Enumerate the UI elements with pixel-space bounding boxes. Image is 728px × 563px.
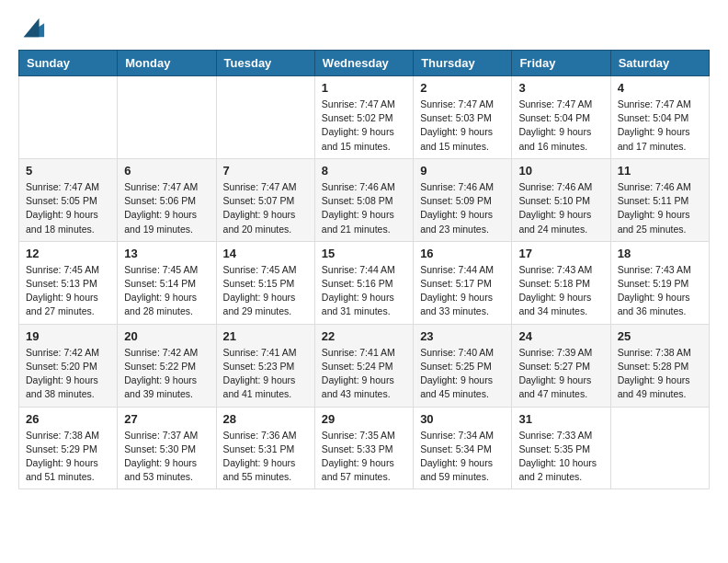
day-info: Sunrise: 7:47 AM Sunset: 5:02 PM Dayligh… [322, 98, 406, 154]
day-info: Sunrise: 7:40 AM Sunset: 5:25 PM Dayligh… [420, 346, 505, 402]
calendar-cell [19, 76, 118, 159]
day-number: 11 [618, 164, 702, 178]
calendar-cell: 17Sunrise: 7:43 AM Sunset: 5:18 PM Dayli… [512, 241, 610, 324]
day-info: Sunrise: 7:44 AM Sunset: 5:17 PM Dayligh… [420, 263, 505, 319]
weekday-header-monday: Monday [118, 51, 216, 76]
day-info: Sunrise: 7:45 AM Sunset: 5:15 PM Dayligh… [223, 263, 308, 319]
day-number: 21 [223, 329, 308, 343]
svg-marker-1 [24, 18, 40, 38]
calendar-cell: 19Sunrise: 7:42 AM Sunset: 5:20 PM Dayli… [19, 324, 118, 407]
day-number: 9 [420, 164, 505, 178]
calendar-cell: 8Sunrise: 7:46 AM Sunset: 5:08 PM Daylig… [314, 158, 413, 241]
calendar-cell: 21Sunrise: 7:41 AM Sunset: 5:23 PM Dayli… [216, 324, 314, 407]
day-info: Sunrise: 7:37 AM Sunset: 5:30 PM Dayligh… [124, 429, 209, 485]
day-number: 23 [420, 329, 505, 343]
day-info: Sunrise: 7:47 AM Sunset: 5:04 PM Dayligh… [618, 98, 702, 154]
page: SundayMondayTuesdayWednesdayThursdayFrid… [0, 0, 728, 508]
day-number: 27 [124, 412, 209, 426]
calendar-cell [216, 76, 314, 159]
day-number: 25 [618, 329, 702, 343]
weekday-header-tuesday: Tuesday [216, 51, 314, 76]
calendar-week-row: 19Sunrise: 7:42 AM Sunset: 5:20 PM Dayli… [19, 324, 710, 407]
calendar-cell: 2Sunrise: 7:47 AM Sunset: 5:03 PM Daylig… [414, 76, 512, 159]
day-info: Sunrise: 7:33 AM Sunset: 5:35 PM Dayligh… [518, 429, 603, 485]
day-number: 3 [518, 81, 603, 95]
calendar-cell [118, 76, 216, 159]
day-info: Sunrise: 7:43 AM Sunset: 5:19 PM Dayligh… [618, 263, 702, 319]
calendar-cell: 16Sunrise: 7:44 AM Sunset: 5:17 PM Dayli… [414, 241, 512, 324]
day-number: 19 [26, 329, 110, 343]
day-number: 28 [223, 412, 308, 426]
calendar-cell: 30Sunrise: 7:34 AM Sunset: 5:34 PM Dayli… [414, 407, 512, 489]
calendar-cell: 29Sunrise: 7:35 AM Sunset: 5:33 PM Dayli… [314, 407, 413, 489]
calendar-cell: 9Sunrise: 7:46 AM Sunset: 5:09 PM Daylig… [414, 158, 512, 241]
day-info: Sunrise: 7:44 AM Sunset: 5:16 PM Dayligh… [322, 263, 406, 319]
calendar-cell: 22Sunrise: 7:41 AM Sunset: 5:24 PM Dayli… [314, 324, 413, 407]
weekday-header-thursday: Thursday [414, 51, 512, 76]
calendar-week-row: 1Sunrise: 7:47 AM Sunset: 5:02 PM Daylig… [19, 76, 710, 159]
day-number: 6 [124, 164, 209, 178]
day-number: 26 [26, 412, 110, 426]
day-number: 22 [322, 329, 406, 343]
header [18, 15, 710, 40]
day-info: Sunrise: 7:42 AM Sunset: 5:22 PM Dayligh… [124, 346, 209, 402]
day-info: Sunrise: 7:35 AM Sunset: 5:33 PM Dayligh… [322, 429, 406, 485]
calendar-cell [610, 407, 709, 489]
day-info: Sunrise: 7:47 AM Sunset: 5:04 PM Dayligh… [518, 98, 603, 154]
day-number: 20 [124, 329, 209, 343]
day-info: Sunrise: 7:38 AM Sunset: 5:29 PM Dayligh… [26, 429, 110, 485]
day-info: Sunrise: 7:47 AM Sunset: 5:05 PM Dayligh… [26, 180, 110, 236]
calendar-cell: 13Sunrise: 7:45 AM Sunset: 5:14 PM Dayli… [118, 241, 216, 324]
day-info: Sunrise: 7:47 AM Sunset: 5:03 PM Dayligh… [420, 98, 505, 154]
calendar-cell: 20Sunrise: 7:42 AM Sunset: 5:22 PM Dayli… [118, 324, 216, 407]
day-info: Sunrise: 7:41 AM Sunset: 5:23 PM Dayligh… [223, 346, 308, 402]
day-number: 5 [26, 164, 110, 178]
calendar-cell: 4Sunrise: 7:47 AM Sunset: 5:04 PM Daylig… [610, 76, 709, 159]
calendar-cell: 5Sunrise: 7:47 AM Sunset: 5:05 PM Daylig… [19, 158, 118, 241]
day-info: Sunrise: 7:45 AM Sunset: 5:13 PM Dayligh… [26, 263, 110, 319]
calendar-week-row: 26Sunrise: 7:38 AM Sunset: 5:29 PM Dayli… [19, 407, 710, 489]
calendar-table: SundayMondayTuesdayWednesdayThursdayFrid… [18, 50, 710, 489]
calendar-cell: 24Sunrise: 7:39 AM Sunset: 5:27 PM Dayli… [512, 324, 610, 407]
calendar-cell: 15Sunrise: 7:44 AM Sunset: 5:16 PM Dayli… [314, 241, 413, 324]
day-number: 16 [420, 247, 505, 260]
day-number: 2 [420, 81, 505, 95]
day-number: 12 [26, 247, 110, 260]
day-number: 30 [420, 412, 505, 426]
calendar-cell: 1Sunrise: 7:47 AM Sunset: 5:02 PM Daylig… [314, 76, 413, 159]
day-info: Sunrise: 7:36 AM Sunset: 5:31 PM Dayligh… [223, 429, 308, 485]
day-info: Sunrise: 7:39 AM Sunset: 5:27 PM Dayligh… [518, 346, 603, 402]
day-info: Sunrise: 7:43 AM Sunset: 5:18 PM Dayligh… [518, 263, 603, 319]
calendar-cell: 3Sunrise: 7:47 AM Sunset: 5:04 PM Daylig… [512, 76, 610, 159]
day-info: Sunrise: 7:46 AM Sunset: 5:08 PM Dayligh… [322, 180, 406, 236]
calendar-cell: 27Sunrise: 7:37 AM Sunset: 5:30 PM Dayli… [118, 407, 216, 489]
day-number: 1 [322, 81, 406, 95]
day-number: 8 [322, 164, 406, 178]
logo-icon [20, 15, 46, 40]
day-info: Sunrise: 7:34 AM Sunset: 5:34 PM Dayligh… [420, 429, 505, 485]
calendar-cell: 10Sunrise: 7:46 AM Sunset: 5:10 PM Dayli… [512, 158, 610, 241]
weekday-header-row: SundayMondayTuesdayWednesdayThursdayFrid… [19, 51, 710, 76]
logo [18, 15, 46, 40]
weekday-header-wednesday: Wednesday [314, 51, 413, 76]
day-number: 13 [124, 247, 209, 260]
calendar-cell: 23Sunrise: 7:40 AM Sunset: 5:25 PM Dayli… [414, 324, 512, 407]
day-info: Sunrise: 7:42 AM Sunset: 5:20 PM Dayligh… [26, 346, 110, 402]
day-number: 4 [618, 81, 702, 95]
calendar-week-row: 12Sunrise: 7:45 AM Sunset: 5:13 PM Dayli… [19, 241, 710, 324]
day-number: 15 [322, 247, 406, 260]
weekday-header-friday: Friday [512, 51, 610, 76]
day-info: Sunrise: 7:38 AM Sunset: 5:28 PM Dayligh… [618, 346, 702, 402]
weekday-header-saturday: Saturday [610, 51, 709, 76]
day-info: Sunrise: 7:46 AM Sunset: 5:11 PM Dayligh… [618, 180, 702, 236]
day-info: Sunrise: 7:47 AM Sunset: 5:07 PM Dayligh… [223, 180, 308, 236]
calendar-cell: 14Sunrise: 7:45 AM Sunset: 5:15 PM Dayli… [216, 241, 314, 324]
day-info: Sunrise: 7:47 AM Sunset: 5:06 PM Dayligh… [124, 180, 209, 236]
day-number: 17 [518, 247, 603, 260]
calendar-cell: 18Sunrise: 7:43 AM Sunset: 5:19 PM Dayli… [610, 241, 709, 324]
calendar-cell: 28Sunrise: 7:36 AM Sunset: 5:31 PM Dayli… [216, 407, 314, 489]
calendar-cell: 26Sunrise: 7:38 AM Sunset: 5:29 PM Dayli… [19, 407, 118, 489]
day-number: 7 [223, 164, 308, 178]
day-number: 14 [223, 247, 308, 260]
day-number: 29 [322, 412, 406, 426]
